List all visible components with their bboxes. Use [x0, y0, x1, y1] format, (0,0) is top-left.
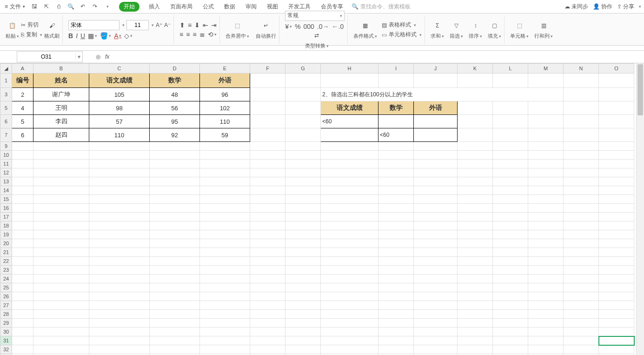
align-right-icon[interactable]: ≡ [193, 31, 196, 38]
copy-button[interactable]: ⎘复制 [21, 31, 42, 39]
cell-N24[interactable] [564, 275, 599, 283]
cell-I16[interactable] [378, 204, 414, 213]
cell-N10[interactable] [564, 151, 599, 160]
cell-B31[interactable] [33, 336, 89, 345]
cell-C30[interactable] [89, 328, 150, 336]
cell-E30[interactable] [200, 328, 250, 336]
cell-I5[interactable]: 数学 [378, 101, 414, 115]
cell-M11[interactable] [528, 160, 564, 168]
cell-O11[interactable] [599, 160, 634, 168]
cell-D14[interactable] [150, 186, 200, 195]
cell-J19[interactable] [414, 230, 458, 239]
cell-C5[interactable]: 98 [89, 101, 150, 115]
cell-N5[interactable] [564, 101, 599, 115]
col-header-M[interactable]: M [528, 64, 564, 74]
cell-A21[interactable] [12, 248, 33, 257]
cell-J15[interactable] [414, 195, 458, 204]
cell-G5[interactable] [285, 101, 321, 115]
cell-I17[interactable] [378, 213, 414, 221]
formula-bar[interactable] [112, 52, 644, 62]
cell-E11[interactable] [200, 160, 250, 168]
cell-K6[interactable] [458, 115, 493, 128]
menu-tab-4[interactable]: 数据 [223, 2, 236, 12]
cell-K25[interactable] [458, 283, 493, 292]
cell-G19[interactable] [285, 230, 321, 239]
cell-A13[interactable] [12, 177, 33, 186]
cell-L31[interactable] [493, 336, 528, 345]
cell-G1[interactable] [285, 74, 321, 88]
cell-O31[interactable] [599, 336, 634, 345]
currency-icon[interactable]: ¥ [285, 23, 292, 30]
format-painter-button[interactable]: 🖌 格式刷 [44, 20, 60, 40]
cell-E12[interactable] [200, 168, 250, 177]
cell-D22[interactable] [150, 257, 200, 266]
cell-L19[interactable] [493, 230, 528, 239]
cell-O29[interactable] [599, 319, 634, 328]
cell-F17[interactable] [250, 213, 285, 221]
cell-H7[interactable] [321, 128, 378, 142]
cell-G15[interactable] [285, 195, 321, 204]
cell-K28[interactable] [458, 310, 493, 319]
cell-H20[interactable] [321, 239, 378, 248]
file-menu[interactable]: ≡ 文件 ▾ [3, 3, 27, 11]
cell-E9[interactable] [200, 142, 250, 151]
cell-C28[interactable] [89, 310, 150, 319]
cell-J6[interactable] [414, 115, 458, 128]
table-style-button[interactable]: ▤表格样式 [382, 21, 422, 29]
justify-icon[interactable]: ≣ [199, 31, 205, 38]
cell-E18[interactable] [200, 221, 250, 230]
cell-H9[interactable] [321, 142, 378, 151]
cell-H31[interactable] [321, 336, 378, 345]
cell-G22[interactable] [285, 257, 321, 266]
cell-F16[interactable] [250, 204, 285, 213]
cell-L21[interactable] [493, 248, 528, 257]
cell-H15[interactable] [321, 195, 378, 204]
cell-C12[interactable] [89, 168, 150, 177]
cell-C18[interactable] [89, 221, 150, 230]
cell-I25[interactable] [378, 283, 414, 292]
menu-tab-7[interactable]: 开发工具 [287, 2, 312, 12]
cell-L9[interactable] [493, 142, 528, 151]
cell-I20[interactable] [378, 239, 414, 248]
cell-C14[interactable] [89, 186, 150, 195]
row-header-31[interactable]: 31 [0, 336, 12, 345]
row-header-9[interactable]: 9 [0, 142, 12, 151]
row-header-25[interactable]: 25 [0, 283, 12, 292]
row-header-17[interactable]: 17 [0, 213, 12, 221]
cell-D7[interactable]: 92 [150, 128, 200, 142]
cell-E26[interactable] [200, 292, 250, 301]
cell-N32[interactable] [564, 345, 599, 354]
cell-N11[interactable] [564, 160, 599, 168]
cell-J10[interactable] [414, 151, 458, 160]
col-header-E[interactable]: E [200, 64, 250, 74]
cell-F30[interactable] [250, 328, 285, 336]
cell-N6[interactable] [564, 115, 599, 128]
row-header-23[interactable]: 23 [0, 266, 12, 275]
cell-K11[interactable] [458, 160, 493, 168]
number-format-select[interactable]: 常规▾ [285, 11, 345, 21]
cell-M29[interactable] [528, 319, 564, 328]
cell-N19[interactable] [564, 230, 599, 239]
cell-M27[interactable] [528, 301, 564, 310]
name-box-arrow-icon[interactable]: ▾ [75, 54, 82, 60]
cell-G9[interactable] [285, 142, 321, 151]
cell-L20[interactable] [493, 239, 528, 248]
cell-N28[interactable] [564, 310, 599, 319]
cell-B12[interactable] [33, 168, 89, 177]
cell-H16[interactable] [321, 204, 378, 213]
cell-F10[interactable] [250, 151, 285, 160]
cell-C19[interactable] [89, 230, 150, 239]
cell-B15[interactable] [33, 195, 89, 204]
cell-A27[interactable] [12, 301, 33, 310]
cell-D23[interactable] [150, 266, 200, 275]
cell-F21[interactable] [250, 248, 285, 257]
cell-J21[interactable] [414, 248, 458, 257]
menu-tab-8[interactable]: 会员专享 [320, 2, 344, 12]
cell-H1[interactable] [321, 74, 378, 88]
cell-L17[interactable] [493, 213, 528, 221]
cell-K12[interactable] [458, 168, 493, 177]
cell-C1[interactable]: 语文成绩 [89, 74, 150, 88]
cell-O24[interactable] [599, 275, 634, 283]
cell-C9[interactable] [89, 142, 150, 151]
cell-B25[interactable] [33, 283, 89, 292]
